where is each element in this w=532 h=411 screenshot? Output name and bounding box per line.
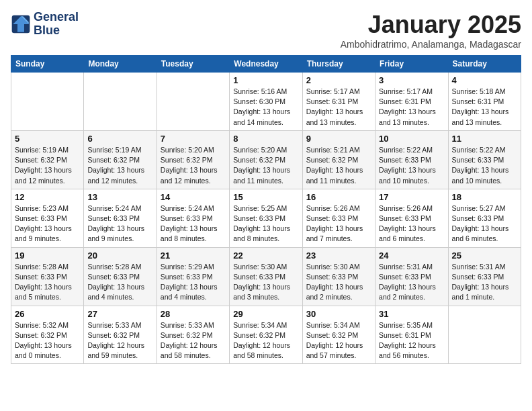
day-info: Sunrise: 5:20 AM Sunset: 6:32 PM Dayligh… bbox=[233, 145, 298, 186]
day-info: Sunrise: 5:30 AM Sunset: 6:33 PM Dayligh… bbox=[233, 262, 298, 303]
page-header: General Blue January 2025 Ambohidratrimo… bbox=[11, 11, 521, 50]
month-title: January 2025 bbox=[341, 11, 521, 39]
calendar-cell: 3Sunrise: 5:17 AM Sunset: 6:31 PM Daylig… bbox=[375, 73, 448, 131]
calendar-cell: 5Sunrise: 5:19 AM Sunset: 6:32 PM Daylig… bbox=[11, 130, 84, 189]
day-number: 15 bbox=[233, 192, 298, 202]
day-info: Sunrise: 5:22 AM Sunset: 6:33 PM Dayligh… bbox=[452, 145, 517, 186]
day-info: Sunrise: 5:24 AM Sunset: 6:33 PM Dayligh… bbox=[161, 203, 226, 244]
day-number: 2 bbox=[306, 75, 371, 85]
day-info: Sunrise: 5:26 AM Sunset: 6:33 PM Dayligh… bbox=[306, 203, 371, 244]
day-info: Sunrise: 5:30 AM Sunset: 6:33 PM Dayligh… bbox=[306, 262, 371, 303]
day-info: Sunrise: 5:24 AM Sunset: 6:33 PM Dayligh… bbox=[87, 203, 152, 244]
logo-icon bbox=[11, 14, 31, 34]
day-info: Sunrise: 5:19 AM Sunset: 6:32 PM Dayligh… bbox=[87, 145, 152, 186]
calendar-cell: 26Sunrise: 5:32 AM Sunset: 6:32 PM Dayli… bbox=[11, 306, 84, 364]
weekday-header-friday: Friday bbox=[375, 56, 448, 73]
calendar-week-row: 5Sunrise: 5:19 AM Sunset: 6:32 PM Daylig… bbox=[11, 130, 521, 189]
day-number: 23 bbox=[306, 250, 371, 261]
day-number: 31 bbox=[379, 309, 444, 319]
day-info: Sunrise: 5:32 AM Sunset: 6:32 PM Dayligh… bbox=[15, 320, 80, 361]
day-number: 11 bbox=[452, 134, 517, 144]
day-number: 14 bbox=[161, 192, 226, 202]
calendar-cell: 8Sunrise: 5:20 AM Sunset: 6:32 PM Daylig… bbox=[230, 130, 302, 189]
calendar-cell bbox=[157, 73, 229, 131]
weekday-header-wednesday: Wednesday bbox=[230, 56, 302, 73]
calendar-cell: 12Sunrise: 5:23 AM Sunset: 6:33 PM Dayli… bbox=[11, 189, 84, 247]
calendar-cell: 19Sunrise: 5:28 AM Sunset: 6:33 PM Dayli… bbox=[11, 247, 84, 306]
day-number: 20 bbox=[87, 250, 152, 261]
calendar-cell: 4Sunrise: 5:18 AM Sunset: 6:31 PM Daylig… bbox=[448, 73, 521, 131]
day-number: 21 bbox=[161, 250, 226, 261]
calendar-cell: 11Sunrise: 5:22 AM Sunset: 6:33 PM Dayli… bbox=[448, 130, 521, 189]
day-number: 17 bbox=[379, 192, 444, 202]
calendar-week-row: 19Sunrise: 5:28 AM Sunset: 6:33 PM Dayli… bbox=[11, 247, 521, 306]
day-number: 30 bbox=[306, 309, 371, 319]
day-info: Sunrise: 5:33 AM Sunset: 6:32 PM Dayligh… bbox=[161, 320, 226, 361]
day-number: 8 bbox=[233, 134, 298, 144]
day-info: Sunrise: 5:17 AM Sunset: 6:31 PM Dayligh… bbox=[379, 87, 444, 128]
calendar-cell: 21Sunrise: 5:29 AM Sunset: 6:33 PM Dayli… bbox=[157, 247, 229, 306]
calendar-cell: 14Sunrise: 5:24 AM Sunset: 6:33 PM Dayli… bbox=[157, 189, 229, 247]
day-number: 9 bbox=[306, 134, 371, 144]
calendar-cell: 18Sunrise: 5:27 AM Sunset: 6:33 PM Dayli… bbox=[448, 189, 521, 247]
day-info: Sunrise: 5:28 AM Sunset: 6:33 PM Dayligh… bbox=[87, 262, 152, 303]
day-info: Sunrise: 5:20 AM Sunset: 6:32 PM Dayligh… bbox=[161, 145, 226, 186]
day-number: 19 bbox=[15, 250, 80, 261]
calendar-cell: 2Sunrise: 5:17 AM Sunset: 6:31 PM Daylig… bbox=[302, 73, 375, 131]
day-number: 4 bbox=[452, 75, 517, 85]
logo-line1: General bbox=[34, 11, 79, 24]
day-number: 12 bbox=[15, 192, 80, 202]
calendar-cell: 23Sunrise: 5:30 AM Sunset: 6:33 PM Dayli… bbox=[302, 247, 375, 306]
day-number: 7 bbox=[161, 134, 226, 144]
day-info: Sunrise: 5:31 AM Sunset: 6:33 PM Dayligh… bbox=[379, 262, 444, 303]
day-info: Sunrise: 5:18 AM Sunset: 6:31 PM Dayligh… bbox=[452, 87, 517, 128]
day-info: Sunrise: 5:35 AM Sunset: 6:31 PM Dayligh… bbox=[379, 320, 444, 361]
location-subtitle: Ambohidratrimo, Analamanga, Madagascar bbox=[341, 39, 521, 50]
calendar-cell: 16Sunrise: 5:26 AM Sunset: 6:33 PM Dayli… bbox=[302, 189, 375, 247]
calendar-cell: 27Sunrise: 5:33 AM Sunset: 6:32 PM Dayli… bbox=[84, 306, 157, 364]
day-info: Sunrise: 5:25 AM Sunset: 6:33 PM Dayligh… bbox=[233, 203, 298, 244]
day-number: 3 bbox=[379, 75, 444, 85]
day-number: 26 bbox=[15, 309, 80, 319]
day-number: 16 bbox=[306, 192, 371, 202]
day-info: Sunrise: 5:23 AM Sunset: 6:33 PM Dayligh… bbox=[15, 203, 80, 244]
calendar-cell: 29Sunrise: 5:34 AM Sunset: 6:32 PM Dayli… bbox=[230, 306, 302, 364]
calendar-cell: 10Sunrise: 5:22 AM Sunset: 6:33 PM Dayli… bbox=[375, 130, 448, 189]
day-number: 27 bbox=[87, 309, 152, 319]
day-number: 18 bbox=[452, 192, 517, 202]
day-info: Sunrise: 5:34 AM Sunset: 6:32 PM Dayligh… bbox=[306, 320, 371, 361]
weekday-header-monday: Monday bbox=[84, 56, 157, 73]
weekday-header-row: SundayMondayTuesdayWednesdayThursdayFrid… bbox=[11, 56, 521, 73]
day-info: Sunrise: 5:28 AM Sunset: 6:33 PM Dayligh… bbox=[15, 262, 80, 303]
day-info: Sunrise: 5:34 AM Sunset: 6:32 PM Dayligh… bbox=[233, 320, 298, 361]
calendar-cell: 13Sunrise: 5:24 AM Sunset: 6:33 PM Dayli… bbox=[84, 189, 157, 247]
day-info: Sunrise: 5:21 AM Sunset: 6:32 PM Dayligh… bbox=[306, 145, 371, 186]
day-info: Sunrise: 5:27 AM Sunset: 6:33 PM Dayligh… bbox=[452, 203, 517, 244]
calendar-cell: 25Sunrise: 5:31 AM Sunset: 6:33 PM Dayli… bbox=[448, 247, 521, 306]
calendar-cell: 24Sunrise: 5:31 AM Sunset: 6:33 PM Dayli… bbox=[375, 247, 448, 306]
calendar-week-row: 26Sunrise: 5:32 AM Sunset: 6:32 PM Dayli… bbox=[11, 306, 521, 364]
title-block: January 2025 Ambohidratrimo, Analamanga,… bbox=[341, 11, 521, 50]
logo-text: General Blue bbox=[34, 11, 79, 38]
logo-line2: Blue bbox=[34, 24, 79, 38]
day-number: 28 bbox=[161, 309, 226, 319]
day-number: 24 bbox=[379, 250, 444, 261]
day-info: Sunrise: 5:22 AM Sunset: 6:33 PM Dayligh… bbox=[379, 145, 444, 186]
day-number: 13 bbox=[87, 192, 152, 202]
day-info: Sunrise: 5:26 AM Sunset: 6:33 PM Dayligh… bbox=[379, 203, 444, 244]
day-number: 25 bbox=[452, 250, 517, 261]
day-number: 6 bbox=[87, 134, 152, 144]
calendar-cell bbox=[448, 306, 521, 364]
day-number: 22 bbox=[233, 250, 298, 261]
day-info: Sunrise: 5:16 AM Sunset: 6:30 PM Dayligh… bbox=[233, 87, 298, 128]
calendar-week-row: 1Sunrise: 5:16 AM Sunset: 6:30 PM Daylig… bbox=[11, 73, 521, 131]
calendar-cell bbox=[84, 73, 157, 131]
calendar-cell: 17Sunrise: 5:26 AM Sunset: 6:33 PM Dayli… bbox=[375, 189, 448, 247]
day-number: 1 bbox=[233, 75, 298, 85]
calendar-cell: 31Sunrise: 5:35 AM Sunset: 6:31 PM Dayli… bbox=[375, 306, 448, 364]
calendar-cell: 28Sunrise: 5:33 AM Sunset: 6:32 PM Dayli… bbox=[157, 306, 229, 364]
day-number: 5 bbox=[15, 134, 80, 144]
day-number: 29 bbox=[233, 309, 298, 319]
calendar-cell: 15Sunrise: 5:25 AM Sunset: 6:33 PM Dayli… bbox=[230, 189, 302, 247]
calendar-cell: 9Sunrise: 5:21 AM Sunset: 6:32 PM Daylig… bbox=[302, 130, 375, 189]
